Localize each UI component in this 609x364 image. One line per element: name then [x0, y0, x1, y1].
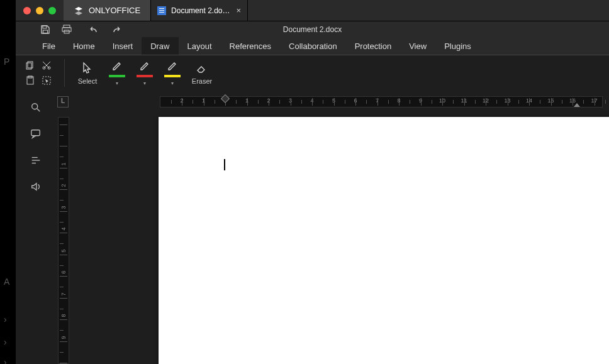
- menu-protection[interactable]: Protection: [346, 37, 401, 55]
- menu-view[interactable]: View: [400, 37, 435, 55]
- menu-insert[interactable]: Insert: [104, 37, 142, 55]
- pen-yellow[interactable]: ▾: [162, 60, 183, 86]
- left-panel: [16, 89, 55, 364]
- vertical-ruler: L 123456789: [55, 89, 70, 364]
- svg-marker-1: [75, 11, 82, 15]
- document-title: Document 2.docx: [16, 25, 609, 34]
- onlyoffice-logo-icon: [74, 6, 84, 16]
- paste-icon[interactable]: [25, 75, 35, 85]
- pen-red[interactable]: ▾: [134, 60, 155, 86]
- svg-rect-5: [62, 28, 71, 31]
- menu-collaboration[interactable]: Collaboration: [280, 37, 346, 55]
- draw-ribbon: Select ▾ ▾ ▾ Eraser: [16, 55, 609, 91]
- select-all-icon[interactable]: [42, 75, 52, 85]
- eraser-tool[interactable]: Eraser: [189, 61, 215, 85]
- canvas-area: 211234567891011121314151617: [70, 89, 609, 364]
- window-close-button[interactable]: [23, 7, 31, 14]
- document-icon: [157, 6, 166, 15]
- menu-draw[interactable]: Draw: [142, 37, 178, 55]
- pen-red-swatch: [137, 75, 153, 77]
- quick-access-toolbar: Document 2.docx: [16, 21, 609, 37]
- svg-rect-4: [64, 25, 70, 28]
- cut-icon[interactable]: [42, 60, 52, 70]
- chevron-down-icon[interactable]: ▾: [116, 80, 118, 86]
- app-window: ONLYOFFICE Document 2.do… × Document 2.d…: [16, 0, 609, 364]
- svg-rect-16: [31, 130, 40, 136]
- pen-icon: [166, 60, 179, 72]
- ribbon-separator: [64, 59, 65, 87]
- eraser-tool-label: Eraser: [192, 77, 212, 85]
- horizontal-ruler[interactable]: 211234567891011121314151617: [160, 96, 603, 108]
- window-zoom-button[interactable]: [48, 7, 56, 14]
- document-page[interactable]: [159, 117, 609, 364]
- workspace: L 123456789 211234567891011121314151617: [16, 89, 609, 364]
- menu-home[interactable]: Home: [64, 37, 104, 55]
- select-tool-label: Select: [78, 77, 98, 85]
- ruler-corner: L: [57, 96, 69, 108]
- svg-rect-3: [43, 30, 48, 33]
- document-tab-close-button[interactable]: ×: [237, 6, 242, 15]
- document-tab-label: Document 2.do…: [171, 6, 230, 15]
- chevron-down-icon[interactable]: ▾: [171, 80, 174, 86]
- product-label: ONLYOFFICE: [89, 6, 140, 15]
- product-tab[interactable]: ONLYOFFICE: [64, 0, 151, 21]
- svg-point-14: [31, 104, 37, 109]
- copy-icon[interactable]: [25, 60, 35, 70]
- pen-green-swatch: [109, 75, 125, 77]
- redo-icon[interactable]: [110, 24, 121, 35]
- save-icon[interactable]: [40, 24, 51, 35]
- comments-icon[interactable]: [30, 128, 42, 140]
- svg-line-15: [36, 109, 40, 112]
- search-icon[interactable]: [30, 101, 42, 114]
- pen-yellow-swatch: [164, 75, 181, 77]
- pen-icon: [111, 60, 123, 72]
- pen-green[interactable]: ▾: [106, 60, 128, 86]
- clipboard-group: [25, 60, 52, 85]
- undo-icon[interactable]: [89, 24, 100, 35]
- menu-plugins[interactable]: Plugins: [435, 37, 480, 55]
- menu-layout[interactable]: Layout: [179, 37, 221, 55]
- menu-references[interactable]: References: [221, 37, 280, 55]
- print-icon[interactable]: [61, 24, 72, 35]
- pen-icon: [138, 60, 151, 72]
- window-minimize-button[interactable]: [36, 7, 43, 14]
- headings-icon[interactable]: [30, 154, 42, 167]
- cursor-icon: [81, 61, 94, 75]
- external-sliver: P A › › ›: [0, 0, 16, 364]
- select-tool[interactable]: Select: [75, 61, 100, 85]
- menu-bar: File Home Insert Draw Layout References …: [16, 37, 609, 55]
- chevron-down-icon[interactable]: ▾: [143, 80, 146, 86]
- eraser-icon: [195, 61, 209, 75]
- window-controls: [16, 0, 64, 21]
- text-caret: [224, 159, 225, 170]
- titlebar: ONLYOFFICE Document 2.do… ×: [16, 0, 609, 21]
- svg-marker-0: [75, 7, 82, 11]
- document-tab[interactable]: Document 2.do… ×: [151, 0, 248, 21]
- menu-file[interactable]: File: [33, 37, 64, 55]
- feedback-icon[interactable]: [30, 180, 42, 193]
